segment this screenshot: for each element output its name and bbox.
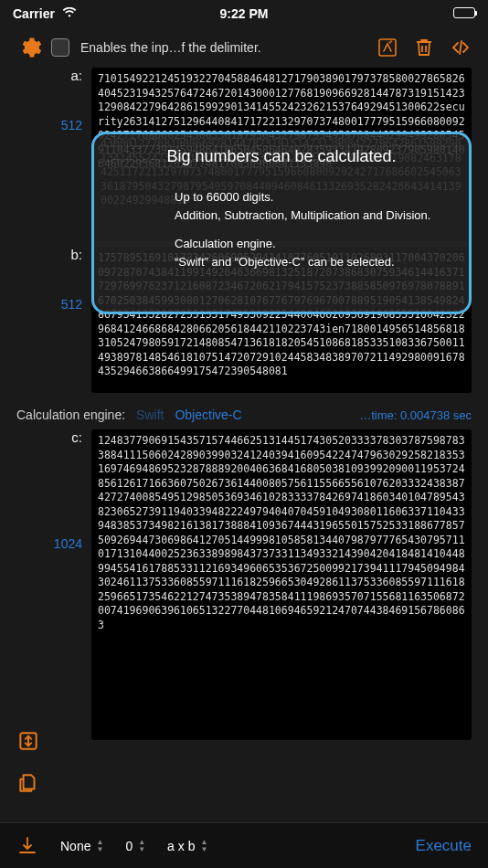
number-stepper[interactable]: 0 ▲▼: [125, 839, 145, 853]
operation-stepper[interactable]: a x b ▲▼: [167, 839, 207, 853]
execute-button[interactable]: Execute: [416, 837, 472, 855]
enable-delimiter-checkbox[interactable]: [51, 38, 69, 57]
trash-icon[interactable]: [413, 37, 435, 58]
gear-icon[interactable]: [16, 35, 42, 60]
wifi-icon: [62, 7, 77, 18]
expand-icon[interactable]: [16, 729, 40, 753]
feature-callout: 4300012776819096692814478731915142312908…: [91, 132, 472, 314]
label-c: c:: [71, 429, 82, 445]
carrier-label: Carrier: [13, 6, 86, 21]
callout-title: Big numbers can be calculated.: [111, 147, 452, 166]
side-tools: [16, 729, 40, 795]
code-icon[interactable]: [450, 37, 472, 58]
output-c-row: c: 1024 12483779069154357157446625131445…: [16, 429, 472, 740]
status-bar: Carrier 9:22 PM: [0, 0, 488, 27]
digits-b: 512: [61, 297, 82, 312]
time-label: …time: 0.004738 sec: [359, 408, 472, 422]
clock: 9:22 PM: [220, 6, 269, 21]
engine-objc[interactable]: Objective-C: [175, 408, 241, 422]
chevron-updown-icon: ▲▼: [200, 839, 207, 853]
value-c[interactable]: 1248377906915435715744662513144517430520…: [91, 429, 472, 740]
digits-a: 512: [61, 118, 82, 132]
callout-body: Up to 66000 digits.Addition, Subtraction…: [111, 188, 452, 270]
mode-stepper[interactable]: None ▲▼: [60, 839, 103, 853]
bottom-bar: None ▲▼ 0 ▲▼ a x b ▲▼ Execute: [0, 822, 488, 868]
label-a: a:: [70, 68, 82, 83]
battery-icon: [402, 6, 475, 21]
enable-delimiter-label: Enables the inp…f the delimiter.: [80, 40, 367, 55]
label-b: b:: [70, 247, 82, 262]
chevron-updown-icon: ▲▼: [138, 839, 145, 853]
engine-swift[interactable]: Swift: [136, 408, 164, 422]
engine-row: Calculation engine: Swift Objective-C …t…: [0, 398, 488, 429]
chevron-updown-icon: ▲▼: [96, 839, 103, 853]
engine-label: Calculation engine:: [16, 408, 125, 422]
svg-rect-0: [379, 39, 396, 56]
top-toolbar: Enables the inp…f the delimiter.: [0, 27, 488, 68]
download-icon[interactable]: [16, 835, 38, 857]
copy-icon[interactable]: [16, 771, 40, 795]
magic-icon[interactable]: [377, 37, 398, 58]
digits-c: 1024: [54, 536, 82, 551]
